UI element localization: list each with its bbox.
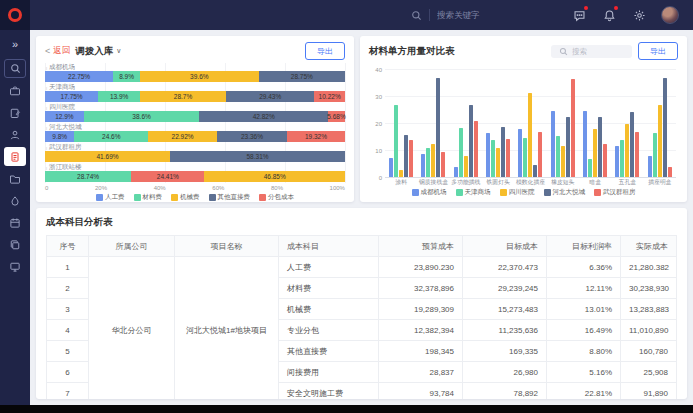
panel-search[interactable] — [551, 45, 632, 58]
cell-subject: 机械费 — [279, 299, 379, 320]
bar — [431, 144, 435, 178]
legend-item: 机械费 — [171, 193, 200, 202]
search-icon[interactable] — [4, 59, 26, 78]
topbar — [0, 0, 693, 30]
cell-number: 22.81% — [547, 383, 621, 400]
transfer-inbound-panel: < 返回 调拨入库 ∨ 导出 成都机场22.75%8.9%39.6%28.75%… — [36, 36, 354, 202]
bar — [620, 140, 624, 178]
bar — [426, 148, 430, 178]
bar — [533, 165, 537, 179]
bar — [635, 132, 639, 178]
main-content: < 返回 调拨入库 ∨ 导出 成都机场22.75%8.9%39.6%28.75%… — [30, 30, 693, 405]
x-tick-label: 0 — [45, 185, 48, 191]
bar — [421, 154, 425, 178]
gear-icon[interactable] — [631, 7, 647, 23]
app-logo[interactable] — [0, 0, 30, 30]
bar — [459, 128, 463, 178]
monitor-icon[interactable] — [4, 257, 26, 276]
legend-swatch — [96, 194, 103, 201]
ink-drop-icon[interactable] — [4, 191, 26, 210]
bar — [464, 156, 468, 178]
cost-document-icon[interactable] — [4, 147, 26, 166]
x-axis-line — [385, 177, 676, 178]
panel-title: 材料单方用量对比表 — [369, 45, 455, 58]
message-icon[interactable] — [571, 7, 587, 23]
bar — [404, 135, 408, 178]
legend-label: 河北大悦城 — [553, 188, 586, 197]
bar-group — [482, 127, 514, 178]
export-button[interactable]: 导出 — [638, 42, 678, 60]
column-header: 目标成本 — [463, 236, 547, 257]
cell-number: 29,239,245 — [463, 278, 547, 299]
stacked-bar: 41.69%58.31% — [45, 151, 345, 162]
bar — [409, 140, 413, 178]
clipboard-edit-icon[interactable] — [4, 103, 26, 122]
bar — [501, 127, 505, 178]
stacked-bar: 28.74%24.41%46.85% — [45, 171, 345, 182]
cell-number: 15,273,483 — [463, 299, 547, 320]
cell-number: 198,345 — [379, 341, 463, 362]
legend-label: 机械费 — [180, 193, 200, 202]
bar — [603, 144, 607, 178]
x-tick-label: 插座明盒 — [644, 178, 676, 187]
bell-icon[interactable] — [601, 7, 617, 23]
y-tick-label: 30 — [370, 94, 382, 100]
chevron-down-icon[interactable]: ∨ — [116, 47, 121, 55]
legend-swatch — [500, 189, 507, 196]
stacked-bar-segment: 41.69% — [45, 151, 170, 162]
cell-number: 25,908 — [621, 362, 677, 383]
cost-analysis-panel: 成本科目分析表 序号所属公司项目名称成本科目预算成本目标成本目标利润率实际成本 … — [36, 208, 687, 399]
stacked-bar-segment: 38.6% — [84, 111, 200, 122]
cell-seq: 3 — [47, 299, 89, 320]
bar — [598, 117, 602, 178]
bar-group — [514, 93, 546, 178]
legend-swatch — [259, 194, 266, 201]
global-search[interactable] — [411, 9, 523, 21]
legend-label: 四川医院 — [509, 188, 535, 197]
legend-swatch — [171, 194, 178, 201]
panel-search-input[interactable] — [572, 47, 624, 56]
briefcase-icon[interactable] — [4, 81, 26, 100]
x-tick-label: 铁圆灯头 — [482, 178, 514, 187]
x-tick-label: 100% — [330, 185, 345, 191]
bar — [556, 136, 560, 178]
grouped-chart: 010203040 — [385, 64, 676, 178]
export-button[interactable]: 导出 — [305, 42, 345, 60]
cell-seq: 2 — [47, 278, 89, 299]
stacked-bar: 22.75%8.9%39.6%28.75% — [45, 71, 345, 82]
bar — [518, 129, 522, 178]
bar — [561, 146, 565, 178]
legend-item: 成都机场 — [412, 188, 447, 197]
cell-number: 30,238,930 — [621, 278, 677, 299]
cell-number: 28,837 — [379, 362, 463, 383]
cell-number: 8.80% — [547, 341, 621, 362]
user-avatar[interactable] — [661, 6, 679, 24]
user-icon[interactable] — [4, 125, 26, 144]
legend-item: 分包成本 — [259, 193, 294, 202]
bar — [538, 132, 542, 178]
bar — [648, 156, 652, 178]
stacked-chart: 成都机场22.75%8.9%39.6%28.75%天津商场17.75%13.9%… — [45, 63, 345, 183]
legend-item: 人工费 — [96, 193, 125, 202]
material-usage-panel: 材料单方用量对比表 导出 010203040 涂料钢质接线盒多功能插线铁圆灯头模… — [360, 36, 687, 202]
cell-subject: 专业分包 — [279, 320, 379, 341]
stacked-bar-segment: 12.9% — [45, 111, 84, 122]
bar — [528, 93, 532, 178]
column-header: 预算成本 — [379, 236, 463, 257]
calendar-icon[interactable] — [4, 213, 26, 232]
column-header: 项目名称 — [175, 236, 279, 257]
bar — [496, 148, 500, 178]
folder-icon[interactable] — [4, 169, 26, 188]
bar — [523, 138, 527, 179]
bar — [630, 112, 634, 178]
cell-subject: 人工费 — [279, 257, 379, 278]
bar — [571, 79, 575, 178]
copy-icon[interactable] — [4, 235, 26, 254]
global-search-input[interactable] — [437, 10, 523, 20]
cell-number: 11,010,890 — [621, 320, 677, 341]
divider — [429, 9, 430, 21]
stacked-bar-segment: 42.82% — [199, 111, 327, 122]
cell-number: 26,980 — [463, 362, 547, 383]
back-link[interactable]: 返回 — [53, 45, 70, 57]
expand-icon[interactable]: » — [4, 35, 26, 54]
